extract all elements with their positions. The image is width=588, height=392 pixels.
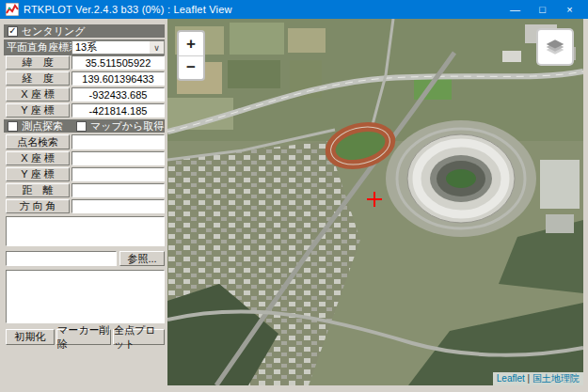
crosshair-icon	[366, 191, 383, 208]
attribution-separator: |	[528, 373, 531, 384]
plot-all-points-button[interactable]: 全点プロット	[113, 329, 165, 345]
latitude-row: 緯 度 35.511505922	[4, 55, 165, 70]
distance-input[interactable]	[72, 183, 165, 197]
file-path-input[interactable]	[6, 251, 117, 266]
point-search-toggle-label: 測点探索	[22, 119, 63, 133]
direction-angle-row: 方 向 角	[4, 199, 165, 213]
close-icon: ×	[566, 4, 572, 15]
search-toggle-row: 測点探索 マップから取得	[4, 119, 165, 133]
centering-row: ✓ センタリング	[4, 24, 165, 38]
x-coord-value[interactable]: -932433.685	[72, 87, 165, 102]
point-name-input[interactable]	[72, 134, 165, 149]
delete-marker-button-label: マーカー削除	[57, 323, 110, 352]
point-name-search-label: 点名検索	[17, 135, 58, 149]
distance-row: 距 離	[4, 183, 165, 197]
query-x-input[interactable]	[72, 151, 165, 165]
longitude-label: 経 度	[6, 71, 70, 86]
browse-button-label: 参照...	[127, 252, 156, 266]
gsi-link[interactable]: 国土地理院	[532, 373, 580, 384]
initialize-button[interactable]: 初期化	[6, 329, 55, 345]
coord-system-label: 平面直角座標系	[4, 40, 79, 55]
centering-label: センタリング	[22, 24, 86, 39]
minimize-icon: —	[510, 4, 520, 15]
x-coord-row: X 座 標 -932433.685	[4, 87, 165, 102]
window-body: ✓ センタリング 平面直角座標系 13系 ∨ 緯 度 35.511505922 …	[0, 19, 588, 392]
query-y-row: Y 座 標	[4, 167, 165, 181]
distance-label: 距 離	[6, 183, 70, 197]
zoom-in-icon: +	[186, 35, 196, 54]
direction-angle-label: 方 向 角	[6, 199, 70, 213]
browse-button[interactable]: 参照...	[119, 251, 165, 266]
point-name-search-button[interactable]: 点名検索	[6, 134, 70, 149]
x-coord-label: X 座 標	[6, 87, 70, 102]
window-title: RTKPLOT Ver.2.4.3 b33 (0%) : Leaflet Vie…	[24, 4, 232, 15]
longitude-value[interactable]: 139.601396433	[72, 71, 165, 86]
plot-all-points-button-label: 全点プロット	[114, 323, 164, 352]
from-map-toggle-label: マップから取得	[90, 119, 164, 133]
y-coord-label: Y 座 標	[6, 103, 70, 118]
layers-control-button[interactable]	[536, 28, 574, 66]
maximize-icon: □	[539, 4, 546, 15]
maximize-button[interactable]: □	[529, 0, 556, 19]
result-list-box[interactable]	[6, 270, 165, 323]
y-coord-value[interactable]: -421814.185	[72, 103, 165, 118]
query-y-input[interactable]	[72, 167, 165, 181]
map-attribution: Leaflet | 国土地理院	[493, 372, 583, 385]
action-button-row: 初期化 マーカー削除 全点プロット	[4, 329, 165, 345]
point-name-search-row: 点名検索	[4, 134, 165, 149]
leaflet-link[interactable]: Leaflet	[497, 373, 525, 384]
layers-icon	[542, 34, 568, 60]
y-coord-row: Y 座 標 -421814.185	[4, 103, 165, 118]
control-panel: ✓ センタリング 平面直角座標系 13系 ∨ 緯 度 35.511505922 …	[4, 19, 165, 392]
zoom-out-button[interactable]: −	[179, 55, 203, 79]
zoom-out-icon: −	[186, 58, 196, 77]
latitude-value[interactable]: 35.511505922	[72, 55, 165, 70]
close-button[interactable]: ×	[556, 0, 583, 19]
caption-buttons: — □ ×	[501, 0, 583, 19]
coord-system-select[interactable]: 13系 ∨	[72, 40, 165, 55]
from-map-checkbox[interactable]	[76, 121, 87, 132]
app-icon	[6, 3, 19, 16]
map-zoom-control: + −	[177, 30, 205, 81]
query-x-label: X 座 標	[6, 151, 70, 165]
coord-system-value: 13系	[72, 40, 150, 55]
point-list-box[interactable]	[6, 216, 165, 246]
latitude-label: 緯 度	[6, 55, 70, 70]
file-path-row: 参照...	[4, 251, 165, 266]
rtkplot-window: RTKPLOT Ver.2.4.3 b33 (0%) : Leaflet Vie…	[0, 0, 588, 392]
query-x-row: X 座 標	[4, 151, 165, 165]
zoom-in-button[interactable]: +	[179, 32, 203, 55]
direction-angle-input[interactable]	[72, 199, 165, 213]
position-marker	[366, 191, 383, 208]
centering-checkbox[interactable]: ✓	[8, 26, 18, 37]
longitude-row: 経 度 139.601396433	[4, 71, 165, 86]
point-search-checkbox[interactable]	[8, 121, 18, 132]
minimize-button[interactable]: —	[501, 0, 529, 19]
map-view[interactable]: + −	[167, 19, 583, 385]
delete-marker-button[interactable]: マーカー削除	[56, 329, 111, 345]
chevron-down-icon: ∨	[150, 41, 164, 54]
query-y-label: Y 座 標	[6, 167, 70, 181]
initialize-button-label: 初期化	[15, 330, 46, 344]
coord-system-row: 平面直角座標系 13系 ∨	[4, 39, 165, 55]
titlebar[interactable]: RTKPLOT Ver.2.4.3 b33 (0%) : Leaflet Vie…	[0, 0, 588, 19]
